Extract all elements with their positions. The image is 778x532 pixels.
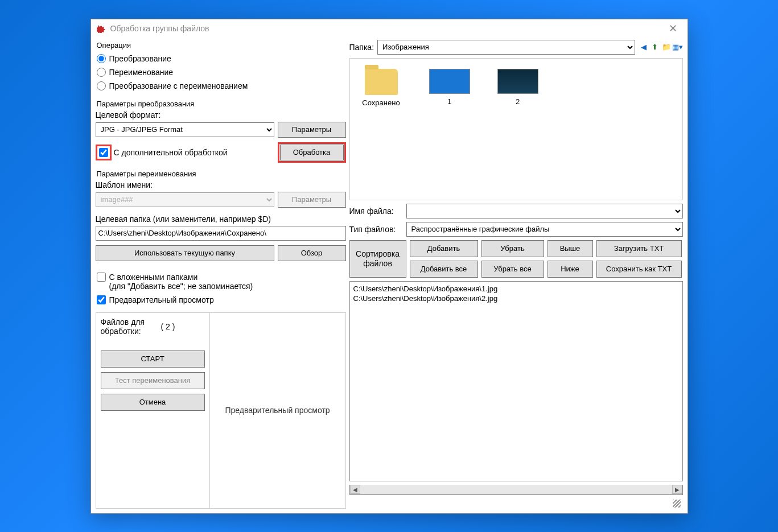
radio-convert-label: Преобразование [109,54,171,63]
operation-group: Операция Преобразование Переименование П… [96,40,346,95]
file-browser[interactable]: Сохранено 1 2 [349,58,683,200]
image-thumbnail [497,69,538,94]
rename-params-group: Параметры переименования Шаблон имени: i… [96,168,346,210]
highlight-processing-button: Обработка [278,142,346,163]
file-item-2[interactable]: 2 [492,69,544,106]
image-thumbnail [429,69,470,94]
scroll-right-icon[interactable]: ▶ [672,485,682,494]
test-rename-button: Тест переименования [101,372,205,389]
highlight-extra-processing [96,145,112,160]
convert-legend: Параметры преобразования [96,100,346,108]
new-folder-icon[interactable]: 📁 [661,42,672,52]
name-pattern-input: image### [96,192,274,207]
use-current-folder-button[interactable]: Использовать текущую папку [96,245,274,261]
list-item[interactable]: C:\Users\zheni\Desktop\Изображения\2.jpg [353,294,679,304]
batch-dialog: Обработка группы файлов ✕ Операция Преоб… [90,19,688,514]
radio-convert[interactable]: Преобразование [96,52,346,65]
down-button[interactable]: Ниже [548,261,593,278]
file-item-label: 2 [516,97,520,106]
subfolders-checkbox[interactable]: С вложенными папками (для "Добавить все"… [96,270,346,293]
up-folder-icon[interactable]: ⬆ [650,42,660,52]
titlebar: Обработка группы файлов ✕ [91,19,688,38]
radio-rename[interactable]: Переименование [96,65,346,79]
start-button[interactable]: СТАРТ [101,350,205,368]
rename-legend: Параметры переименования [96,170,346,178]
window-title: Обработка группы файлов [110,24,209,33]
processing-button[interactable]: Обработка [280,145,344,160]
pattern-label: Шаблон имени: [96,180,346,189]
preview-checkbox-label: Предварительный просмотр [109,295,214,304]
folder-label: Папка: [349,43,374,52]
view-menu-icon[interactable]: ▦▾ [673,42,683,52]
load-txt-button[interactable]: Загрузить TXT [596,240,682,257]
rename-params-button: Параметры [278,192,346,208]
filetype-select[interactable]: Распространённые графические файлы [406,222,683,237]
subfolders-label-1: С вложенными папками [109,273,198,282]
file-list[interactable]: C:\Users\zheni\Desktop\Изображения\1.jpg… [349,281,683,481]
files-for-label: Файлов для обработки: [101,317,152,336]
files-count-value: ( 2 ) [161,322,175,331]
target-folder-input[interactable] [96,226,346,241]
subfolders-label-2: (для "Добавить все"; не запоминается) [109,282,253,291]
folder-select[interactable]: Изображения [377,40,635,55]
up-button[interactable]: Выше [548,240,593,257]
preview-pane-label: Предварительный просмотр [225,406,330,415]
folder-item-saved[interactable]: Сохранено [356,69,407,107]
cancel-button[interactable]: Отмена [101,394,205,411]
browse-button[interactable]: Обзор [278,245,346,261]
add-all-button[interactable]: Добавить все [410,261,478,278]
extra-processing-checkbox[interactable] [98,147,109,158]
back-icon[interactable]: ◀ [639,42,649,52]
target-folder-group: Целевая папка (или заменители, например … [96,213,346,263]
convert-params-group: Параметры преобразования Целевой формат:… [96,98,346,165]
radio-both[interactable]: Преобразование с переименованием [96,79,346,93]
filename-input[interactable] [406,204,683,218]
add-button[interactable]: Добавить [410,240,478,257]
footer-panel: Файлов для обработки: ( 2 ) СТАРТ Тест п… [96,312,346,509]
remove-all-button[interactable]: Убрать все [481,261,544,278]
close-icon[interactable]: ✕ [664,22,682,35]
target-format-select[interactable]: JPG - JPG/JPEG Format [96,122,274,137]
radio-both-label: Преобразование с переименованием [109,81,248,90]
extra-processing-label: С дополнительной обработкой [112,148,278,157]
preview-checkbox[interactable]: Предварительный просмотр [96,293,346,307]
sort-files-label[interactable]: Сортировка файлов [349,240,406,278]
options-group: С вложенными папками (для "Добавить все"… [96,269,346,309]
radio-rename-label: Переименование [109,68,174,77]
sort-panel: Сортировка файлов Добавить Убрать Выше З… [349,240,683,278]
resize-grip-icon[interactable] [673,500,681,508]
preview-pane: Предварительный просмотр [210,313,345,508]
filetype-label: Тип файлов: [349,225,401,234]
horizontal-scrollbar[interactable]: ◀ ▶ [349,485,683,495]
list-item[interactable]: C:\Users\zheni\Desktop\Изображения\1.jpg [353,284,679,294]
target-format-label: Целевой формат: [96,110,346,119]
folder-item-label: Сохранено [362,98,400,107]
remove-button[interactable]: Убрать [481,240,544,257]
filename-label: Имя файла: [349,207,401,216]
format-params-button[interactable]: Параметры [278,122,346,138]
file-item-1[interactable]: 1 [424,69,475,106]
operation-legend: Операция [96,41,346,50]
folder-icon [365,69,398,95]
file-item-label: 1 [447,97,451,106]
app-icon [97,24,106,33]
target-folder-label: Целевая папка (или заменители, например … [96,215,346,224]
scroll-left-icon[interactable]: ◀ [350,485,360,494]
save-txt-button[interactable]: Сохранить как TXT [596,261,682,278]
